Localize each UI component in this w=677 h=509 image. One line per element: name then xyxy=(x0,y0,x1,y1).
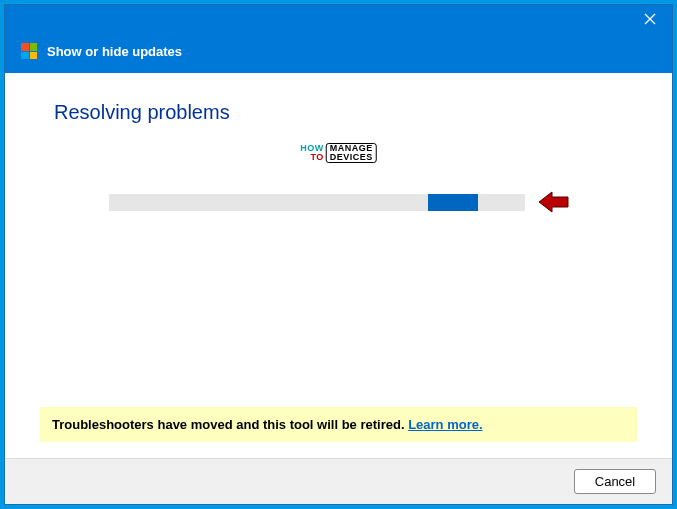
cancel-button[interactable]: Cancel xyxy=(574,469,656,494)
progress-indicator xyxy=(428,194,478,211)
watermark-to: TO xyxy=(310,153,323,162)
close-button[interactable] xyxy=(627,5,672,33)
window-title: Show or hide updates xyxy=(47,44,182,59)
footer: Cancel xyxy=(5,458,672,504)
windows-logo-icon xyxy=(21,43,37,59)
content-area: Resolving problems HOW TO MANAGE DEVICES… xyxy=(5,73,672,458)
troubleshooter-window: Show or hide updates Resolving problems … xyxy=(4,4,673,505)
close-icon xyxy=(644,13,656,25)
svg-marker-2 xyxy=(539,192,568,212)
learn-more-link[interactable]: Learn more. xyxy=(408,417,482,432)
watermark-logo: HOW TO MANAGE DEVICES xyxy=(300,143,377,163)
notice-text: Troubleshooters have moved and this tool… xyxy=(52,417,408,432)
notice-banner: Troubleshooters have moved and this tool… xyxy=(40,407,637,442)
page-heading: Resolving problems xyxy=(54,101,637,124)
watermark-devices: DEVICES xyxy=(330,153,373,162)
titlebar: Show or hide updates xyxy=(5,5,672,73)
arrow-left-icon xyxy=(539,191,569,213)
progress-bar xyxy=(109,194,525,211)
